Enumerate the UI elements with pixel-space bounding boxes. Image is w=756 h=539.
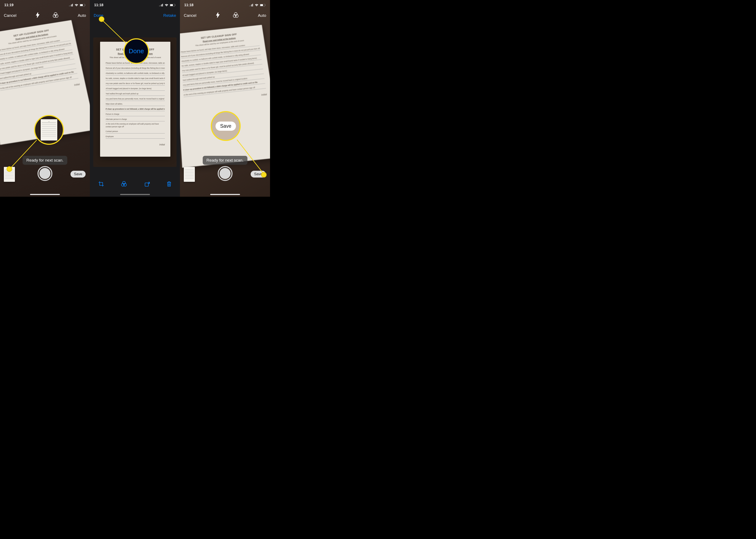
auto-button[interactable]: Auto: [258, 13, 266, 18]
auto-button[interactable]: Auto: [78, 13, 86, 18]
status-bar: 11:18: [180, 0, 270, 10]
svg-rect-16: [175, 5, 176, 6]
status-bar: 11:19: [0, 0, 90, 10]
scan-thumbnail[interactable]: [184, 167, 195, 182]
callout-dot: [7, 166, 12, 172]
callout-save-label: Save: [215, 121, 236, 131]
trash-icon[interactable]: [167, 181, 172, 188]
status-time: 11:19: [4, 3, 13, 7]
callout-save-magnifier: Save: [211, 111, 241, 141]
retake-button[interactable]: Retake: [163, 13, 176, 18]
doc-initial: Initial: [106, 143, 165, 147]
wifi-icon: [165, 4, 168, 7]
battery-icon: [170, 4, 176, 7]
flash-icon[interactable]: [216, 12, 220, 19]
svg-rect-12: [161, 4, 162, 6]
doc-line: All trash bagged and placed in dumpster,…: [106, 87, 165, 91]
flash-icon[interactable]: [36, 12, 40, 19]
svg-rect-0: [69, 6, 70, 6]
status-bar: 11:18: [90, 0, 180, 10]
filter-icon[interactable]: [233, 12, 239, 19]
cancel-button[interactable]: Cancel: [4, 13, 16, 18]
panel-review: 11:18 Done Retake SET UP/ CLEANUP SIGN O…: [90, 0, 180, 197]
battery-icon: [80, 4, 86, 7]
cellular-icon: [249, 4, 253, 6]
save-button[interactable]: Save: [70, 171, 86, 178]
svg-rect-10: [159, 6, 160, 6]
svg-rect-21: [249, 6, 250, 6]
rotate-icon[interactable]: [144, 181, 150, 188]
doc-warning: If clean up procedure is not followed, a…: [106, 107, 165, 111]
scan-toolbar: Cancel Auto: [0, 11, 90, 21]
doc-line: No nails, screws, staples or double-side…: [106, 77, 165, 80]
svg-rect-6: [85, 5, 85, 6]
panel-scan-1: SET UP/ CLEANUP SIGN OFF Read over and i…: [0, 0, 90, 197]
svg-rect-27: [265, 5, 266, 6]
panel-scan-3: SET UP/ CLEANUP SIGN OFF Read over and i…: [180, 0, 270, 197]
cancel-button[interactable]: Cancel: [184, 13, 196, 18]
svg-rect-2: [71, 4, 72, 6]
scan-toolbar: Cancel Auto: [180, 11, 270, 21]
svg-rect-23: [251, 4, 252, 6]
doc-line: Absolutely no confetti, no balloons with…: [106, 72, 165, 75]
doc-line: Any rose petals used for decor or for fl…: [106, 82, 165, 86]
crop-icon[interactable]: [98, 181, 104, 188]
doc-line: Any yard items that you personally move,…: [106, 97, 165, 101]
doc-line: Yard walked through and trash picked up: [106, 92, 165, 96]
callout-thumbnail-magnifier: —: [34, 115, 64, 145]
doc-line: Alternate person in charge: [106, 117, 165, 121]
home-indicator[interactable]: [210, 194, 240, 195]
doc-line: Wipe down all tables.: [106, 102, 165, 106]
svg-rect-26: [260, 4, 263, 6]
callout-done-label: Done: [128, 47, 144, 55]
cellular-icon: [159, 4, 163, 6]
cellular-icon: [69, 4, 73, 6]
shutter-button[interactable]: [218, 166, 232, 181]
battery-icon: [260, 4, 266, 7]
home-indicator[interactable]: [30, 194, 60, 195]
status-time: 11:18: [184, 3, 193, 7]
scan-toast: Ready for next scan.: [23, 156, 67, 165]
doc-closing: At the end of the evening an employee wi…: [106, 122, 165, 128]
svg-rect-22: [250, 5, 251, 6]
svg-rect-15: [170, 4, 173, 6]
doc-line: Person in charge: [106, 113, 165, 116]
svg-rect-13: [162, 4, 163, 6]
doc-line: Contact person: [106, 130, 165, 133]
status-time: 11:18: [94, 3, 103, 7]
svg-rect-5: [80, 4, 83, 6]
doc-line: Employee: [106, 135, 165, 139]
svg-rect-11: [160, 5, 161, 6]
callout-done-magnifier: Done: [124, 38, 149, 64]
doc-line: Remove all of your decorations (includin…: [106, 66, 165, 70]
callout-dot: [261, 172, 267, 178]
wifi-icon: [74, 4, 78, 7]
svg-rect-3: [72, 4, 73, 6]
scan-toast: Ready for next scan.: [203, 156, 247, 165]
svg-rect-24: [252, 4, 253, 6]
edit-toolbar: [90, 179, 180, 190]
filter-icon[interactable]: [52, 12, 58, 19]
home-indicator[interactable]: [120, 194, 150, 195]
svg-rect-1: [70, 5, 71, 6]
shutter-button[interactable]: [38, 166, 52, 181]
filter-icon[interactable]: [121, 181, 127, 188]
wifi-icon: [255, 4, 259, 7]
scanned-page-preview: SET UP/ CLEANUP SIGN OFF Read over and i…: [180, 25, 270, 168]
callout-dot: [99, 16, 104, 22]
